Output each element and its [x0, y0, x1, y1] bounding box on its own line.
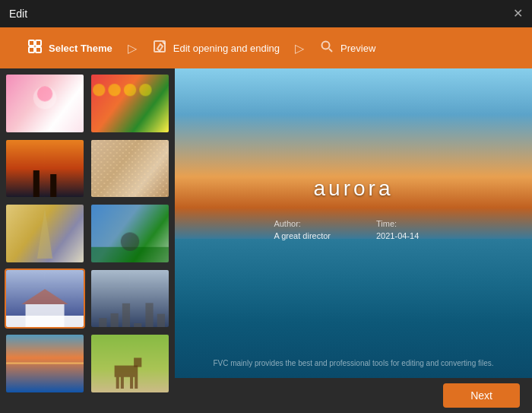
thumbnail-canvas-5	[6, 205, 84, 262]
preview-background: aurora Author: Time: A great director 20…	[175, 68, 532, 378]
preview-overlay: aurora Author: Time: A great director 20…	[175, 68, 532, 378]
thumbnail-grid	[0, 68, 175, 399]
thumbnail-canvas-3	[6, 140, 84, 198]
thumbnail-canvas-1	[6, 75, 84, 132]
step-preview[interactable]: Preview	[307, 39, 388, 58]
step-edit-opening-label: Edit opening and ending	[173, 43, 280, 54]
step-arrow-2: ▷	[295, 41, 304, 56]
svg-line-7	[329, 49, 332, 52]
thumbnail-item-5[interactable]	[5, 203, 85, 264]
step-select-theme-label: Select Theme	[49, 43, 112, 54]
toolbar: Select Theme ▷ Edit opening and ending ▷…	[0, 27, 532, 68]
thumbnail-item-9[interactable]	[5, 333, 85, 394]
thumbnail-canvas-10	[91, 335, 169, 392]
thumbnail-canvas-7	[6, 270, 84, 328]
thumbnail-item-2[interactable]	[90, 73, 170, 134]
preview-panel: aurora Author: Time: A great director 20…	[175, 68, 532, 378]
time-value: 2021-04-14	[376, 231, 433, 240]
thumbnail-item-3[interactable]	[5, 138, 85, 199]
author-label: Author:	[274, 219, 331, 228]
main-content: aurora Author: Time: A great director 20…	[0, 68, 532, 378]
sidebar-wrapper	[0, 68, 175, 378]
thumbnail-canvas-2	[91, 75, 169, 132]
title-bar: Edit ✕	[0, 0, 532, 27]
thumbnail-item-10[interactable]	[90, 333, 170, 394]
window-title: Edit	[9, 8, 27, 20]
close-button[interactable]: ✕	[513, 8, 523, 20]
thumbnail-item-1[interactable]	[5, 73, 85, 134]
step-preview-label: Preview	[340, 43, 375, 54]
svg-rect-1	[36, 40, 41, 46]
thumbnail-canvas-9	[6, 335, 84, 392]
thumbnail-item-6[interactable]	[90, 203, 170, 264]
thumbnail-canvas-8	[91, 270, 169, 328]
time-label: Time:	[376, 219, 433, 228]
svg-rect-0	[29, 40, 34, 46]
svg-point-6	[322, 41, 330, 49]
svg-rect-3	[36, 47, 41, 52]
thumbnail-canvas-6	[91, 205, 169, 262]
search-icon	[319, 39, 334, 58]
next-button[interactable]: Next	[443, 383, 520, 408]
preview-title: aurora	[314, 176, 394, 201]
step-select-theme[interactable]: Select Theme	[15, 39, 125, 58]
thumbnail-item-8[interactable]	[90, 268, 170, 329]
step-arrow-1: ▷	[128, 41, 137, 56]
author-value: A great director	[274, 231, 331, 240]
svg-rect-2	[29, 47, 34, 52]
thumbnail-item-7[interactable]	[5, 268, 85, 329]
preview-footer: FVC mainly provides the best and profess…	[175, 359, 532, 367]
thumbnail-canvas-4	[91, 140, 169, 198]
grid-icon	[27, 39, 43, 58]
preview-meta: Author: Time: A great director 2021-04-1…	[274, 219, 432, 240]
thumbnail-item-4[interactable]	[90, 138, 170, 199]
step-edit-opening[interactable]: Edit opening and ending	[140, 39, 292, 58]
edit-icon	[152, 39, 167, 58]
